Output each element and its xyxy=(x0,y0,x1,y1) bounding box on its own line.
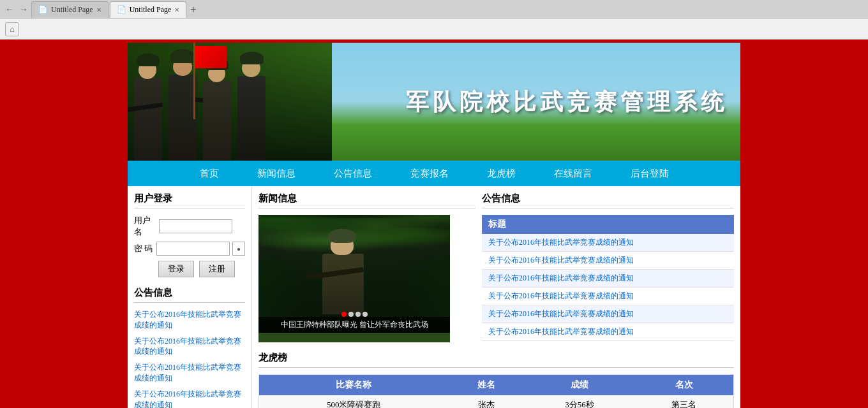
username-label: 用户名 xyxy=(134,215,156,238)
content-grid: 新闻信息 xyxy=(258,193,734,342)
ann-row-2: 关于公布2016年技能比武举竞赛成绩的通知 xyxy=(482,270,734,288)
banner-sky: 军队院校比武竞赛管理系统 xyxy=(332,43,740,161)
nav-item-registration[interactable]: 竞赛报名 xyxy=(391,161,468,186)
news-dots xyxy=(258,312,450,317)
page-wrapper: 军队院校比武竞赛管理系统 首页 新闻信息 公告信息 竞赛报名 龙虎榜 在线留言 … xyxy=(0,40,868,408)
banner-soldiers-image xyxy=(128,43,332,161)
nav-item-leaderboard[interactable]: 龙虎榜 xyxy=(468,161,535,186)
nav-item-announcement[interactable]: 公告信息 xyxy=(315,161,391,186)
news-dot-2[interactable] xyxy=(355,312,361,317)
lb-row-0-score: 3分56秒 xyxy=(524,395,634,408)
leaderboard-title: 龙虎榜 xyxy=(258,352,734,368)
news-dot-1[interactable] xyxy=(348,312,354,317)
ann-link-2[interactable]: 关于公布2016年技能比武举竞赛成绩的通知 xyxy=(488,273,634,282)
lb-row-0-rank: 第三名 xyxy=(635,395,734,408)
news-section: 新闻信息 xyxy=(258,193,475,342)
news-image-box: 中国王牌特种部队曝光 曾让外军命丧比武场 xyxy=(258,215,450,342)
lb-col-rank: 名次 xyxy=(635,375,734,396)
sidebar-ann-link-2[interactable]: 关于公布2016年技能比武举竞赛成绩的通知 xyxy=(134,362,245,384)
lb-row-0-name: 500米障碍赛跑 xyxy=(259,395,449,408)
tab-1-label: Untitled Page xyxy=(51,5,93,15)
news-dot-0[interactable] xyxy=(341,312,347,317)
nav-bar: 首页 新闻信息 公告信息 竞赛报名 龙虎榜 在线留言 后台登陆 xyxy=(128,161,740,186)
news-image: 中国王牌特种部队曝光 曾让外军命丧比武场 xyxy=(258,215,450,333)
main-content: 新闻信息 xyxy=(252,186,740,408)
sidebar-announcement-section: 公告信息 关于公布2016年技能比武举竞赛成绩的通知 关于公布2016年技能比武… xyxy=(134,287,245,408)
lb-col-person: 姓名 xyxy=(448,375,524,396)
browser-window: ← → 📄 Untitled Page ✕ 📄 Untitled Page ✕ … xyxy=(0,0,868,408)
username-input[interactable] xyxy=(159,219,232,233)
nav-item-home[interactable]: 首页 xyxy=(181,161,238,186)
tab-2-label: Untitled Page xyxy=(130,5,172,15)
ann-cell-1: 关于公布2016年技能比武举竞赛成绩的通知 xyxy=(482,252,734,270)
password-label: 密 码 xyxy=(134,243,154,254)
ann-row-5: 关于公布2016年技能比武举竞赛成绩的通知 xyxy=(482,323,734,341)
lb-row-0-person: 张杰 xyxy=(448,395,524,408)
add-tab-button[interactable]: + xyxy=(190,4,196,15)
ann-row-4: 关于公布2016年技能比武举竞赛成绩的通知 xyxy=(482,305,734,323)
ann-cell-4: 关于公布2016年技能比武举竞赛成绩的通知 xyxy=(482,305,734,323)
news-caption: 中国王牌特种部队曝光 曾让外军命丧比武场 xyxy=(258,317,450,333)
nav-item-admin[interactable]: 后台登陆 xyxy=(611,161,688,186)
home-button[interactable]: ⌂ xyxy=(5,22,19,36)
lb-header-row: 比赛名称 姓名 成绩 名次 xyxy=(259,375,734,396)
login-button[interactable]: 登录 xyxy=(158,261,194,277)
ann-link-4[interactable]: 关于公布2016年技能比武举竞赛成绩的通知 xyxy=(488,309,634,318)
forward-icon[interactable]: → xyxy=(17,3,30,16)
site-title: 军队院校比武竞赛管理系统 xyxy=(406,86,728,117)
tab-2[interactable]: 📄 Untitled Page ✕ xyxy=(110,1,187,18)
ann-cell-3: 关于公布2016年技能比武举竞赛成绩的通知 xyxy=(482,288,734,305)
sidebar-ann-link-1[interactable]: 关于公布2016年技能比武举竞赛成绩的通知 xyxy=(134,336,245,358)
nav-item-news[interactable]: 新闻信息 xyxy=(238,161,315,186)
ann-link-5[interactable]: 关于公布2016年技能比武举竞赛成绩的通知 xyxy=(488,327,634,336)
password-input[interactable] xyxy=(156,242,230,256)
news-section-title: 新闻信息 xyxy=(258,193,475,208)
ann-right-title: 公告信息 xyxy=(482,193,734,208)
leaderboard-section: 龙虎榜 比赛名称 姓名 成绩 名次 500米障碍赛跑 xyxy=(258,352,734,408)
news-dot-3[interactable] xyxy=(363,312,368,317)
lb-col-name: 比赛名称 xyxy=(259,375,449,396)
password-row: 密 码 ● xyxy=(134,242,245,256)
tab-bar: ← → 📄 Untitled Page ✕ 📄 Untitled Page ✕ … xyxy=(0,0,868,19)
soldier-figure xyxy=(322,244,367,314)
back-icon[interactable]: ← xyxy=(3,3,16,16)
header-banner: 军队院校比武竞赛管理系统 xyxy=(128,43,740,161)
ann-link-0[interactable]: 关于公布2016年技能比武举竞赛成绩的通知 xyxy=(488,238,634,247)
banner-flag xyxy=(195,46,227,68)
announcement-table: 标题 关于公布2016年技能比武举竞赛成绩的通知 xyxy=(482,215,734,341)
login-form: 用户名 密 码 ● 登录 注册 xyxy=(134,215,245,277)
sidebar-ann-link-3[interactable]: 关于公布2016年技能比武举竞赛成绩的通知 xyxy=(134,389,245,408)
ann-row-0: 关于公布2016年技能比武举竞赛成绩的通知 xyxy=(482,234,734,252)
login-section-title: 用户登录 xyxy=(134,193,245,208)
ann-cell-2: 关于公布2016年技能比武举竞赛成绩的通知 xyxy=(482,270,734,288)
password-toggle-icon[interactable]: ● xyxy=(232,242,245,256)
tab-1[interactable]: 📄 Untitled Page ✕ xyxy=(31,1,108,18)
tab-2-close[interactable]: ✕ xyxy=(174,6,179,13)
ann-table-header: 标题 xyxy=(482,215,734,234)
ann-row-3: 关于公布2016年技能比武举竞赛成绩的通知 xyxy=(482,288,734,305)
main-layout: 用户登录 用户名 密 码 ● 登录 注册 xyxy=(128,186,740,408)
ann-row-1: 关于公布2016年技能比武举竞赛成绩的通知 xyxy=(482,252,734,270)
register-button[interactable]: 注册 xyxy=(199,261,235,277)
sidebar-announcement-title: 公告信息 xyxy=(134,287,245,303)
announcement-right-section: 公告信息 标题 关于公布2016年技能比武举竞赛成绩的通知 xyxy=(482,193,734,342)
nav-item-message[interactable]: 在线留言 xyxy=(535,161,611,186)
site-container: 军队院校比武竞赛管理系统 首页 新闻信息 公告信息 竞赛报名 龙虎榜 在线留言 … xyxy=(128,43,740,408)
leaderboard-table: 比赛名称 姓名 成绩 名次 500米障碍赛跑 张杰 3分56秒 第三名 xyxy=(258,374,734,408)
ann-link-1[interactable]: 关于公布2016年技能比武举竞赛成绩的通知 xyxy=(488,256,634,265)
ann-cell-0: 关于公布2016年技能比武举竞赛成绩的通知 xyxy=(482,234,734,252)
page-icon: 📄 xyxy=(38,5,48,15)
tab-1-close[interactable]: ✕ xyxy=(96,6,101,13)
page-icon-2: 📄 xyxy=(117,5,126,15)
ann-cell-5: 关于公布2016年技能比武举竞赛成绩的通知 xyxy=(482,323,734,341)
username-row: 用户名 xyxy=(134,215,245,238)
sidebar: 用户登录 用户名 密 码 ● 登录 注册 xyxy=(128,186,252,408)
lb-col-score: 成绩 xyxy=(524,375,634,396)
address-bar: ⌂ xyxy=(0,19,868,40)
login-buttons: 登录 注册 xyxy=(158,261,245,277)
ann-table-header-row: 标题 xyxy=(482,215,734,234)
sidebar-ann-link-0[interactable]: 关于公布2016年技能比武举竞赛成绩的通知 xyxy=(134,309,245,331)
ann-link-3[interactable]: 关于公布2016年技能比武举竞赛成绩的通知 xyxy=(488,291,634,300)
lb-row-0: 500米障碍赛跑 张杰 3分56秒 第三名 xyxy=(259,395,734,408)
